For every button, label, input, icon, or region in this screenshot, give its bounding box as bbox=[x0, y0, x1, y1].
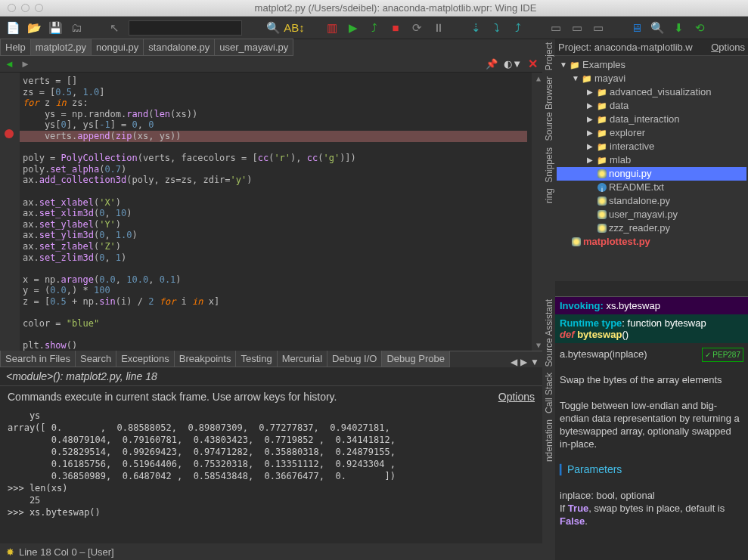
vt-snippets[interactable]: Snippets bbox=[544, 144, 554, 186]
vt-project[interactable]: Project bbox=[544, 39, 554, 73]
tab-debug-probe[interactable]: Debug Probe bbox=[381, 350, 450, 367]
restart-icon[interactable]: ⟳ bbox=[410, 21, 424, 35]
new-file-icon[interactable]: 📄 bbox=[6, 21, 20, 35]
debug-console[interactable]: ys array([ 0. , 0.88588052, 0.89807309, … bbox=[0, 407, 542, 543]
tab-standalone[interactable]: standalone.py bbox=[143, 39, 215, 56]
tool-tabs: Search in Files Search Exceptions Breakp… bbox=[0, 351, 542, 367]
pointer-icon[interactable]: ↖ bbox=[107, 21, 121, 35]
search2-icon[interactable]: 🔍 bbox=[650, 21, 664, 35]
tab-search-in-files[interactable]: Search in Files bbox=[0, 350, 76, 367]
tree-folder[interactable]: data bbox=[610, 99, 629, 113]
assistant-runtime: Runtime type: function byteswap def byte… bbox=[555, 314, 748, 343]
tree-folder[interactable]: mlab bbox=[610, 153, 631, 167]
window-controls bbox=[0, 4, 43, 12]
pause-icon[interactable]: ⏸ bbox=[431, 21, 445, 35]
vt-source-browser[interactable]: Source Browser bbox=[544, 73, 554, 144]
tree-file-zzz[interactable]: zzz_reader.py bbox=[609, 221, 670, 235]
frame-up-icon[interactable]: ▭ bbox=[549, 21, 563, 35]
project-options-link[interactable]: Options bbox=[711, 42, 745, 53]
tab-matplot2[interactable]: matplot2.py bbox=[30, 39, 92, 56]
zoom-window-icon[interactable] bbox=[35, 4, 43, 12]
python-file-icon bbox=[572, 237, 581, 246]
editor-gutter[interactable] bbox=[0, 73, 20, 351]
tab-testing[interactable]: Testing bbox=[235, 350, 277, 367]
help-tab[interactable]: Help bbox=[0, 39, 31, 56]
stop-icon[interactable]: ■ bbox=[389, 21, 402, 35]
tab-debug-io[interactable]: Debug I/O bbox=[327, 350, 382, 367]
debug-frame-header[interactable]: <module>(): matplot2.py, line 18 bbox=[0, 367, 542, 386]
continue-icon[interactable]: ⤴ bbox=[368, 21, 381, 35]
project-tree[interactable]: ▼Examples ▼mayavi ▶advanced_visualizatio… bbox=[555, 56, 748, 281]
dropdown-icon[interactable]: ◐▼ bbox=[504, 58, 522, 70]
vt-indentation[interactable]: ndentation bbox=[544, 416, 554, 465]
python-file-icon bbox=[597, 210, 607, 219]
find-replace-icon[interactable]: AB↕ bbox=[287, 21, 301, 35]
vt-ring[interactable]: ring bbox=[544, 185, 554, 206]
toolbar-search-input[interactable] bbox=[129, 20, 242, 36]
tree-file-readme[interactable]: README.txt bbox=[609, 181, 664, 194]
right-tool-strip-upper: Project Source Browser Snippets ring bbox=[542, 39, 555, 296]
project-title: Project: anaconda-matplotlib.w bbox=[558, 42, 693, 53]
pin-icon[interactable]: 📌 bbox=[486, 58, 498, 70]
nav-forward-icon[interactable]: ► bbox=[20, 58, 30, 70]
tab-usermayavi[interactable]: user_mayavi.py bbox=[214, 39, 293, 56]
right-tool-strip-lower: Source Assistant Call Stack ndentation bbox=[542, 296, 555, 560]
frame-down-icon[interactable]: ▭ bbox=[591, 21, 605, 35]
monitor-icon[interactable]: 🖥 bbox=[629, 21, 643, 35]
code-editor[interactable]: verts = [] zs = [0.5, 1.0] for z in zs: … bbox=[0, 73, 542, 351]
tree-mayavi[interactable]: mayavi bbox=[594, 72, 625, 85]
tree-file-nongui[interactable]: nongui.py bbox=[609, 167, 651, 181]
main-toolbar: 📄 📂 💾 🗂 ↖ 🔍 AB↕ ▥ ▶ ⤴ ■ ⟳ ⏸ ⇣ ⤵ ⤴ ▭ ▭ ▭ … bbox=[0, 17, 748, 39]
open-file-icon[interactable]: 📂 bbox=[27, 21, 41, 35]
tab-mercurial[interactable]: Mercurial bbox=[277, 350, 327, 367]
editor-scrollbar[interactable]: ▲ ▼ bbox=[532, 73, 542, 351]
tab-exceptions[interactable]: Exceptions bbox=[116, 350, 175, 367]
tree-file-standalone[interactable]: standalone.py bbox=[609, 194, 670, 208]
vt-source-assistant[interactable]: Source Assistant bbox=[544, 296, 554, 370]
save-all-icon[interactable]: 🗂 bbox=[70, 21, 83, 35]
debug-probe-panel: <module>(): matplot2.py, line 18 Command… bbox=[0, 367, 542, 543]
assistant-invoking: Invoking: xs.byteswap bbox=[555, 297, 748, 314]
tab-search[interactable]: Search bbox=[75, 350, 116, 367]
tree-folder[interactable]: explorer bbox=[610, 126, 645, 140]
breakpoint-icon[interactable] bbox=[5, 129, 14, 138]
minimize-window-icon[interactable] bbox=[21, 4, 29, 12]
search-icon[interactable]: 🔍 bbox=[266, 21, 280, 35]
save-icon[interactable]: 💾 bbox=[48, 21, 62, 35]
editor-nav-row: ◄ ► 📌 ◐▼ ✕ bbox=[0, 56, 542, 73]
window-title-bar: matplot2.py (/Users/sdeibel): anaconda-m… bbox=[0, 0, 748, 17]
tree-file-matplottest[interactable]: matplottest.py bbox=[583, 235, 650, 249]
vt-call-stack[interactable]: Call Stack bbox=[544, 370, 554, 416]
status-bug-icon[interactable]: ✸ bbox=[6, 546, 14, 558]
step-out-icon[interactable]: ⤴ bbox=[511, 21, 525, 35]
tabs-menu-icon[interactable]: ▼ bbox=[530, 357, 539, 367]
download-icon[interactable]: ⬇ bbox=[672, 21, 685, 35]
cursor-position: Line 18 Col 0 – [User] bbox=[19, 546, 114, 558]
step-into-icon[interactable]: ⤵ bbox=[490, 21, 504, 35]
debug-options-link[interactable]: Options bbox=[498, 391, 535, 403]
python-file-icon bbox=[597, 169, 607, 178]
tree-folder[interactable]: advanced_visualization bbox=[610, 85, 711, 99]
nav-back-icon[interactable]: ◄ bbox=[5, 58, 14, 70]
tabs-scroll-right-icon[interactable]: ▶ bbox=[520, 357, 527, 367]
close-window-icon[interactable] bbox=[8, 4, 16, 12]
tree-file-usermayavi[interactable]: user_mayavi.py bbox=[609, 208, 678, 221]
window-title: matplot2.py (/Users/sdeibel): anaconda-m… bbox=[43, 2, 748, 14]
tabs-scroll-left-icon[interactable]: ◀ bbox=[511, 357, 517, 367]
info-file-icon: i bbox=[597, 183, 607, 192]
sync-icon[interactable]: ⟲ bbox=[693, 21, 706, 35]
tree-root[interactable]: Examples bbox=[582, 58, 625, 72]
tab-breakpoints[interactable]: Breakpoints bbox=[174, 350, 237, 367]
new-doc-icon[interactable]: ▥ bbox=[325, 21, 339, 35]
assistant-doc: ✓ PEP287 a.byteswap(inplace) Swap the by… bbox=[555, 343, 748, 532]
close-tab-icon[interactable]: ✕ bbox=[528, 57, 538, 71]
tab-nongui[interactable]: nongui.py bbox=[91, 39, 144, 56]
debug-hint: Commands execute in current stack frame.… bbox=[8, 391, 337, 403]
tree-folder[interactable]: data_interaction bbox=[610, 113, 680, 126]
source-assistant-panel: Invoking: xs.byteswap Runtime type: func… bbox=[555, 296, 748, 560]
code-content: verts = [] zs = [0.5, 1.0] for z in zs: … bbox=[23, 76, 527, 351]
tree-folder[interactable]: interactive bbox=[610, 140, 654, 153]
run-icon[interactable]: ▶ bbox=[346, 21, 360, 35]
step-over-icon[interactable]: ⇣ bbox=[469, 21, 483, 35]
frame-mid-icon[interactable]: ▭ bbox=[570, 21, 584, 35]
